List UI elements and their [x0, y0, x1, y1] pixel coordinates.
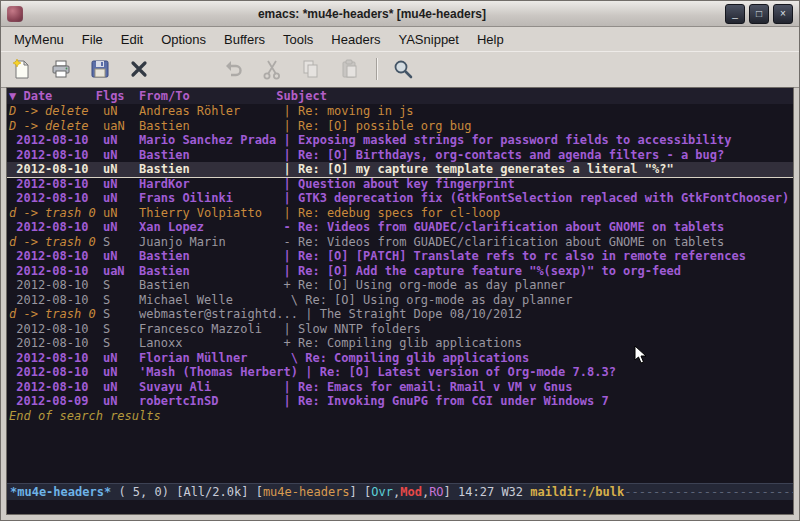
menu-item-mymenu[interactable]: MyMenu: [5, 29, 73, 50]
menu-item-yasnippet[interactable]: YASnippet: [389, 29, 467, 50]
menu-item-help[interactable]: Help: [468, 29, 513, 50]
modeline-segment-plain: 14:27 W32: [458, 485, 530, 499]
end-of-results: End of search results: [7, 409, 793, 424]
message-row[interactable]: 2012-08-09 uN robertcInSD | Re: Invoking…: [7, 394, 793, 409]
undo-button: [220, 56, 246, 82]
row-segment: 2012-08-10 S Francesco Mazzoli | Slow NN…: [9, 322, 421, 336]
row-segment: 2012-08-09 uN robertcInSD | Re: Invoking…: [9, 394, 609, 408]
message-row[interactable]: 2012-08-10 uN Bastien | Re: [O] [PATCH] …: [7, 249, 793, 264]
message-row[interactable]: 2012-08-10 S Francesco Mazzoli | Slow NN…: [7, 322, 793, 337]
undo-icon: [222, 58, 244, 80]
kill-buffer-icon: [128, 58, 150, 80]
message-row-selected[interactable]: 2012-08-10 uN Bastien | Re: [O] my captu…: [7, 162, 793, 177]
modeline-segment-mod: Mod: [400, 485, 422, 499]
kill-buffer-button[interactable]: [126, 56, 152, 82]
message-row[interactable]: 2012-08-10 S Michael Welle \ Re: [O] Usi…: [7, 293, 793, 308]
row-segment: 2012-08-10 uN HardKor | Question about k…: [9, 177, 515, 191]
menu-item-headers[interactable]: Headers: [322, 29, 389, 50]
message-row[interactable]: 2012-08-10 uN Suvayu Ali | Re: Emacs for…: [7, 380, 793, 395]
echo-area[interactable]: [7, 500, 793, 514]
message-row[interactable]: 2012-08-10 uN Florian Müllner \ Re: Comp…: [7, 351, 793, 366]
message-row[interactable]: d -> trash 0 S Juanjo Marin - Re: Videos…: [7, 235, 793, 250]
headers-column-header: ▼ Date Flgs From/To Subject: [7, 88, 793, 104]
maximize-button[interactable]: □: [749, 4, 769, 24]
row-segment: D -> delete: [9, 104, 88, 118]
message-row[interactable]: 2012-08-10 uN Mario Sanchez Prada | Expo…: [7, 133, 793, 148]
message-row[interactable]: 2012-08-10 uN Frans Oilinki | GTK3 depre…: [7, 191, 793, 206]
row-segment: 2012-08-10 uN Bastien | Re: [O] Birthday…: [9, 148, 724, 162]
emacs-frame: ▼ Date Flgs From/To Subject D -> delete …: [6, 87, 794, 515]
toolbar: [1, 51, 799, 88]
row-segment: 2012-08-10 uN Bastien | Re: [O] my captu…: [9, 162, 674, 176]
titlebar[interactable]: emacs: *mu4e-headers* [mu4e-headers] _ □…: [1, 1, 799, 27]
print-button[interactable]: [48, 56, 74, 82]
row-segment: uN Andreas Röhler | Re: moving in js: [88, 104, 413, 118]
modeline-segment-path: maildir:/bulk: [530, 485, 624, 499]
search-button[interactable]: [390, 56, 416, 82]
new-file-button[interactable]: [9, 56, 35, 82]
message-row[interactable]: D -> delete uaN Bastien | Re: [O] possib…: [7, 119, 793, 134]
message-row[interactable]: d -> trash 0 uN Thierry Volpiatto | Re: …: [7, 206, 793, 221]
row-segment: 2012-08-10 uN Suvayu Ali | Re: Emacs for…: [9, 380, 573, 394]
modeline-segment-mode: mu4e-headers: [263, 485, 350, 499]
message-row[interactable]: 2012-08-10 uaN Bastien | Re: [O] Add the…: [7, 264, 793, 279]
copy-button: [298, 56, 324, 82]
modeline-segment-plain: ( 5, 0) [All/2.0k]: [111, 485, 256, 499]
row-segment: 2012-08-10 uN Florian Müllner \ Re: Comp…: [9, 351, 529, 365]
message-row[interactable]: 2012-08-10 uN Bastien | Re: [O] Birthday…: [7, 148, 793, 163]
message-row[interactable]: 2012-08-10 uN Xan Lopez - Re: Videos fro…: [7, 220, 793, 235]
cut-icon: [261, 58, 283, 80]
row-segment: uN Thierry Volpiatto | Re: edebug specs …: [96, 206, 501, 220]
print-icon: [50, 58, 72, 80]
emacs-window: emacs: *mu4e-headers* [mu4e-headers] _ □…: [0, 0, 800, 521]
message-row[interactable]: 2012-08-10 S Bastien + Re: [O] Using org…: [7, 278, 793, 293]
window-title: emacs: *mu4e-headers* [mu4e-headers]: [29, 7, 715, 21]
search-icon: [392, 58, 414, 80]
modeline-segment-ro: RO: [429, 485, 443, 499]
row-segment: d -> trash 0: [9, 235, 96, 249]
minimize-button[interactable]: _: [725, 4, 745, 24]
row-segment: 2012-08-10 uN Mario Sanchez Prada | Expo…: [9, 133, 731, 147]
toolbar-separator: [376, 58, 377, 80]
row-segment: 2012-08-10 uN 'Mash (Thomas Herbert) | R…: [9, 365, 616, 379]
menu-item-edit[interactable]: Edit: [112, 29, 152, 50]
row-segment: 2012-08-10 S Michael Welle \ Re: [O] Usi…: [9, 293, 573, 307]
menu-item-options[interactable]: Options: [152, 29, 215, 50]
menu-item-file[interactable]: File: [73, 29, 112, 50]
row-segment: S webmaster@straightd... | The Straight …: [96, 307, 522, 321]
modeline-segment-buffer: *mu4e-headers*: [10, 485, 111, 499]
paste-icon: [339, 58, 361, 80]
modeline: *mu4e-headers* ( 5, 0) [All/2.0k] [mu4e-…: [7, 483, 793, 500]
row-segment: 2012-08-10 S Lanoxx + Re: Compiling glib…: [9, 336, 522, 350]
row-segment: 2012-08-10 S Bastien + Re: [O] Using org…: [9, 278, 565, 292]
row-segment: 2012-08-10 uN Xan Lopez - Re: Videos fro…: [9, 220, 724, 234]
cut-button: [259, 56, 285, 82]
save-icon: [89, 58, 111, 80]
row-segment: d -> trash 0: [9, 206, 96, 220]
window-buttons: _ □ ×: [721, 4, 793, 24]
modeline-segment-plain: ] [: [350, 485, 372, 499]
message-row[interactable]: 2012-08-10 S Lanoxx + Re: Compiling glib…: [7, 336, 793, 351]
row-segment: D -> delete: [9, 119, 88, 133]
message-list: D -> delete uN Andreas Röhler | Re: movi…: [7, 104, 793, 409]
emacs-icon: [7, 6, 23, 22]
row-segment: uaN Bastien | Re: [O] possible org bug: [88, 119, 471, 133]
message-row[interactable]: d -> trash 0 S webmaster@straightd... | …: [7, 307, 793, 322]
paste-button: [337, 56, 363, 82]
copy-icon: [300, 58, 322, 80]
close-button[interactable]: ×: [773, 4, 793, 24]
save-button[interactable]: [87, 56, 113, 82]
modeline-segment-plain: [: [256, 485, 263, 499]
row-segment: 2012-08-10 uaN Bastien | Re: [O] Add the…: [9, 264, 681, 278]
menu-item-tools[interactable]: Tools: [274, 29, 322, 50]
row-segment: 2012-08-10 uN Bastien | Re: [O] [PATCH] …: [9, 249, 746, 263]
menu-item-buffers[interactable]: Buffers: [215, 29, 274, 50]
message-row[interactable]: D -> delete uN Andreas Röhler | Re: movi…: [7, 104, 793, 119]
menubar: MyMenuFileEditOptionsBuffersToolsHeaders…: [1, 27, 799, 51]
row-segment: S Juanjo Marin - Re: Videos from GUADEC/…: [96, 235, 725, 249]
row-segment: d -> trash 0: [9, 307, 96, 321]
message-row[interactable]: 2012-08-10 uN HardKor | Question about k…: [7, 177, 793, 192]
message-row[interactable]: 2012-08-10 uN 'Mash (Thomas Herbert) | R…: [7, 365, 793, 380]
modeline-segment-dashes: --------------------------------------: [624, 485, 793, 499]
row-segment: 2012-08-10 uN Frans Oilinki | GTK3 depre…: [9, 191, 789, 205]
